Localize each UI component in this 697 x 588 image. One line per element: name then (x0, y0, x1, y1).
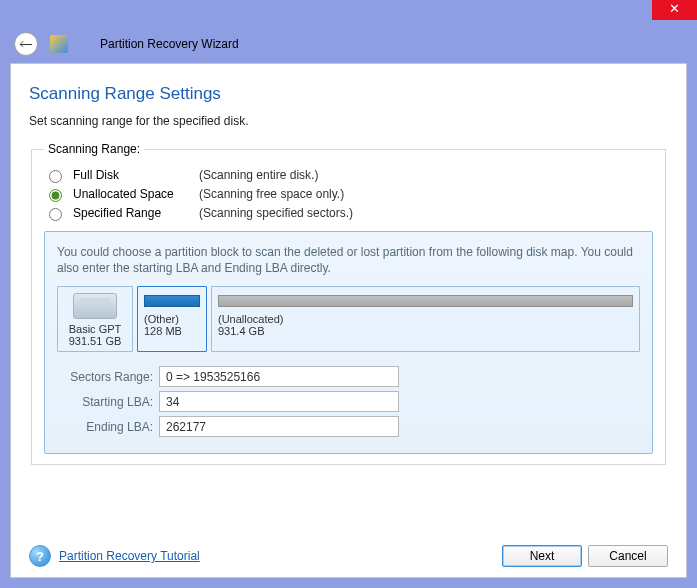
close-button[interactable]: ✕ (652, 0, 697, 20)
partition-unalloc-size: 931.4 GB (218, 325, 633, 337)
cancel-button[interactable]: Cancel (588, 545, 668, 567)
starting-lba-label: Starting LBA: (57, 395, 153, 409)
radio-unallocated-input[interactable] (49, 189, 62, 202)
help-icon[interactable]: ? (29, 545, 51, 567)
disk-summary-block[interactable]: Basic GPT 931.51 GB (57, 286, 133, 352)
partition-bar-empty (218, 295, 633, 307)
partition-other-label: (Other) (144, 313, 200, 325)
disk-map: Basic GPT 931.51 GB (Other) 128 MB (Unal… (57, 286, 640, 352)
radio-full-disk-input[interactable] (49, 170, 62, 183)
back-button[interactable]: 🡐 (14, 32, 38, 56)
sectors-range-label: Sectors Range: (57, 370, 153, 384)
scanning-range-group: Scanning Range: Full Disk (Scanning enti… (31, 142, 666, 465)
partition-block-other[interactable]: (Other) 128 MB (137, 286, 207, 352)
app-icon (50, 35, 68, 53)
ending-lba-label: Ending LBA: (57, 420, 153, 434)
sectors-range-input[interactable] (159, 366, 399, 387)
partition-other-size: 128 MB (144, 325, 200, 337)
radio-specified-label: Specified Range (73, 206, 191, 220)
radio-specified[interactable]: Specified Range (Scanning specified sect… (44, 205, 653, 221)
tutorial-link[interactable]: Partition Recovery Tutorial (59, 549, 200, 563)
radio-unallocated[interactable]: Unallocated Space (Scanning free space o… (44, 186, 653, 202)
partition-bar-filled (144, 295, 200, 307)
window-title: Partition Recovery Wizard (100, 37, 239, 51)
scanning-range-legend: Scanning Range: (44, 142, 144, 156)
radio-specified-input[interactable] (49, 208, 62, 221)
partition-unalloc-label: (Unallocated) (218, 313, 633, 325)
radio-full-disk-hint: (Scanning entire disk.) (199, 168, 318, 182)
ending-lba-input[interactable] (159, 416, 399, 437)
radio-full-disk[interactable]: Full Disk (Scanning entire disk.) (44, 167, 653, 183)
disk-size: 931.51 GB (64, 335, 126, 347)
radio-unallocated-label: Unallocated Space (73, 187, 191, 201)
radio-specified-hint: (Scanning specified sectors.) (199, 206, 353, 220)
disk-name: Basic GPT (64, 323, 126, 335)
partition-block-unallocated[interactable]: (Unallocated) 931.4 GB (211, 286, 640, 352)
radio-unallocated-hint: (Scanning free space only.) (199, 187, 344, 201)
radio-full-disk-label: Full Disk (73, 168, 191, 182)
detail-text: You could choose a partition block to sc… (57, 244, 640, 276)
next-button[interactable]: Next (502, 545, 582, 567)
page-description: Set scanning range for the specified dis… (29, 114, 668, 128)
detail-box: You could choose a partition block to sc… (44, 231, 653, 454)
starting-lba-input[interactable] (159, 391, 399, 412)
page-title: Scanning Range Settings (29, 84, 668, 104)
disk-icon (73, 293, 117, 319)
